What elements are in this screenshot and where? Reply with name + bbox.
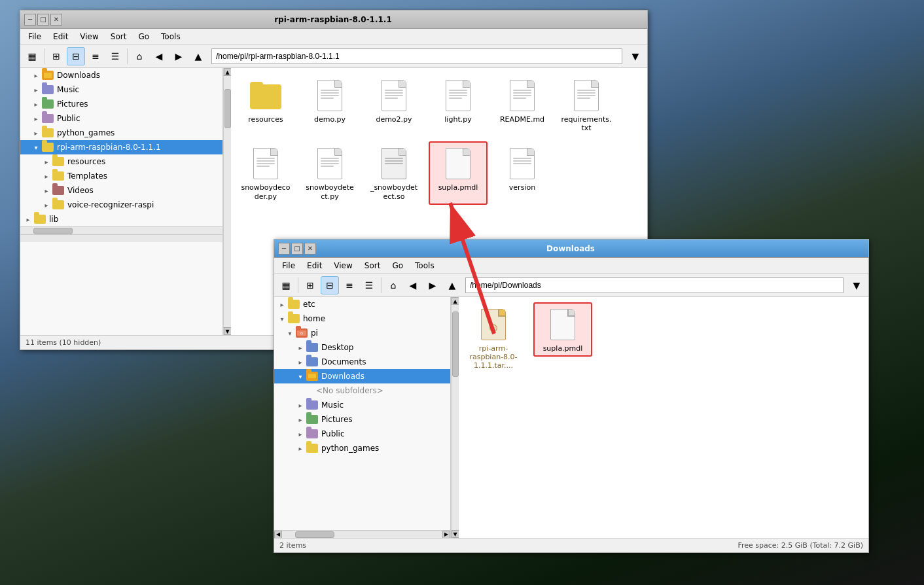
sidebar-item-downloads[interactable]: ▸ Downloads — [20, 68, 222, 82]
menu-view-2[interactable]: View — [329, 260, 357, 272]
sidebar-scrollbar-h-2[interactable]: ◀ ▶ — [274, 530, 450, 538]
file-supla-pmdl-2[interactable]: supla.pmdl — [533, 302, 592, 357]
menu-go-1[interactable]: Go — [133, 31, 154, 43]
view-list-btn-1[interactable]: ⊞ — [47, 47, 65, 65]
file-requirements[interactable]: requirements.txt — [557, 73, 616, 136]
toggle-music-2[interactable]: ▸ — [295, 400, 306, 410]
up-btn-2[interactable]: ▲ — [443, 276, 461, 294]
sidebar-item-home[interactable]: ▾ home — [274, 311, 450, 326]
icon-view-btn-2[interactable]: ▦ — [277, 276, 295, 294]
toggle-music[interactable]: ▸ — [31, 84, 41, 95]
file-version[interactable]: version — [493, 141, 552, 204]
file-snowboydetect[interactable]: snowboydetect.py — [300, 141, 359, 204]
file-resources[interactable]: resources — [236, 73, 295, 136]
menu-sort-1[interactable]: Sort — [105, 31, 132, 43]
view-detail-btn-1[interactable]: ☰ — [106, 47, 124, 65]
toggle-pictures-2[interactable]: ▸ — [295, 414, 306, 425]
toggle-rpi[interactable]: ▾ — [31, 142, 41, 152]
back-btn-2[interactable]: ◀ — [404, 276, 422, 294]
address-dropdown-1[interactable]: ▼ — [626, 47, 645, 65]
sidebar-item-voice[interactable]: ▸ voice-recognizer-raspi — [20, 198, 222, 212]
menu-view-1[interactable]: View — [75, 31, 103, 43]
menu-edit-2[interactable]: Edit — [302, 260, 327, 272]
maximize-btn-1[interactable]: □ — [37, 14, 49, 26]
scroll-arrow-up-2[interactable]: ▲ — [452, 297, 459, 305]
sidebar-item-public[interactable]: ▸ Public — [20, 111, 222, 126]
toggle-public-2[interactable]: ▸ — [295, 429, 306, 439]
close-btn-2[interactable]: ✕ — [304, 243, 316, 255]
close-btn-1[interactable]: ✕ — [50, 14, 62, 26]
sidebar-item-public-2[interactable]: ▸ Public — [274, 427, 450, 441]
view-detail-btn-2[interactable]: ☰ — [360, 276, 378, 294]
file-readme[interactable]: README.md — [493, 73, 552, 136]
file-demo2-py[interactable]: demo2.py — [364, 73, 423, 136]
toggle-pi[interactable]: ▾ — [285, 328, 295, 338]
file-tar[interactable]: ⊛ rpi-arm-raspbian-8.0-1.1.1.tar.... — [464, 302, 523, 374]
toggle-documents[interactable]: ▸ — [295, 357, 306, 367]
sidebar-item-pi[interactable]: ▾ ⌂ pi — [274, 326, 450, 340]
menu-tools-2[interactable]: Tools — [410, 260, 440, 272]
sidebar-vscroll-2[interactable]: ▲ ▼ — [451, 297, 459, 538]
scroll-arrow-down-2[interactable]: ▼ — [452, 530, 459, 538]
toggle-pictures[interactable]: ▸ — [31, 99, 41, 109]
home-btn-1[interactable]: ⌂ — [130, 47, 149, 65]
scroll-arrow-right-2[interactable]: ▶ — [442, 531, 450, 539]
menu-tools-1[interactable]: Tools — [156, 31, 186, 43]
toggle-python-games[interactable]: ▸ — [31, 128, 41, 138]
toggle-home[interactable]: ▾ — [277, 313, 287, 324]
sidebar-item-pictures[interactable]: ▸ Pictures — [20, 97, 222, 111]
view-compact-btn-2[interactable]: ≡ — [340, 276, 359, 294]
menu-go-2[interactable]: Go — [387, 260, 408, 272]
sidebar-scrollbar-thumb-h-2[interactable] — [295, 531, 334, 538]
forward-btn-2[interactable]: ▶ — [423, 276, 442, 294]
sidebar-item-etc[interactable]: ▸ etc — [274, 297, 450, 311]
address-bar-1[interactable] — [211, 48, 622, 64]
minimize-btn-1[interactable]: ─ — [24, 14, 36, 26]
sidebar-vscroll-1[interactable]: ▲ ▼ — [223, 68, 231, 335]
sidebar-scrollbar-h-1[interactable] — [20, 226, 222, 234]
file-supla-pmdl-1[interactable]: supla.pmdl — [429, 141, 488, 204]
up-btn-1[interactable]: ▲ — [189, 47, 207, 65]
home-btn-2[interactable]: ⌂ — [384, 276, 402, 294]
toggle-public[interactable]: ▸ — [31, 113, 41, 124]
toggle-downloads-2[interactable]: ▾ — [295, 371, 306, 381]
sidebar-scrollbar-thumb-h-1[interactable] — [33, 228, 73, 234]
toggle-videos[interactable]: ▸ — [41, 185, 52, 196]
scroll-thumb-2[interactable] — [452, 311, 459, 377]
sidebar-item-music-2[interactable]: ▸ Music — [274, 398, 450, 412]
scroll-arrow-down-1[interactable]: ▼ — [224, 327, 232, 335]
toggle-python-games-2[interactable]: ▸ — [295, 443, 306, 453]
sidebar-item-python-games-2[interactable]: ▸ python_games — [274, 441, 450, 455]
forward-btn-1[interactable]: ▶ — [169, 47, 188, 65]
toggle-voice[interactable]: ▸ — [41, 200, 52, 210]
scroll-arrow-left-2[interactable]: ◀ — [274, 531, 282, 539]
sidebar-item-downloads-2[interactable]: ▾ Downloads — [274, 369, 450, 383]
file-light-py[interactable]: light.py — [429, 73, 488, 136]
sidebar-item-python-games[interactable]: ▸ python_games — [20, 126, 222, 140]
sidebar-item-lib[interactable]: ▸ lib — [20, 212, 222, 226]
view-compact-btn-1[interactable]: ≡ — [86, 47, 105, 65]
file-area-2[interactable]: ⊛ rpi-arm-raspbian-8.0-1.1.1.tar.... sup… — [459, 297, 868, 538]
menu-file-2[interactable]: File — [277, 260, 300, 272]
sidebar-item-templates[interactable]: ▸ Templates — [20, 169, 222, 183]
view-grid-btn-1[interactable]: ⊟ — [67, 47, 85, 65]
toggle-lib[interactable]: ▸ — [23, 214, 33, 224]
sidebar-item-documents[interactable]: ▸ Documents — [274, 355, 450, 369]
file-snowboydetect-so[interactable]: _snowboydetect.so — [364, 141, 423, 204]
toggle-downloads[interactable]: ▸ — [31, 70, 41, 80]
view-grid-btn-2[interactable]: ⊟ — [321, 276, 339, 294]
maximize-btn-2[interactable]: □ — [291, 243, 303, 255]
icon-view-btn-1[interactable]: ▦ — [23, 47, 41, 65]
address-bar-2[interactable] — [465, 277, 844, 293]
toggle-templates[interactable]: ▸ — [41, 171, 52, 181]
back-btn-1[interactable]: ◀ — [150, 47, 168, 65]
minimize-btn-2[interactable]: ─ — [278, 243, 290, 255]
menu-sort-2[interactable]: Sort — [359, 260, 386, 272]
sidebar-item-desktop[interactable]: ▸ Desktop — [274, 340, 450, 355]
sidebar-item-music[interactable]: ▸ Music — [20, 82, 222, 97]
toggle-etc[interactable]: ▸ — [277, 299, 287, 310]
sidebar-item-videos[interactable]: ▸ Videos — [20, 183, 222, 198]
sidebar-scroll-1[interactable]: ▸ Downloads ▸ — [20, 68, 222, 226]
scroll-thumb-1[interactable] — [224, 89, 231, 128]
menu-file-1[interactable]: File — [23, 31, 46, 43]
